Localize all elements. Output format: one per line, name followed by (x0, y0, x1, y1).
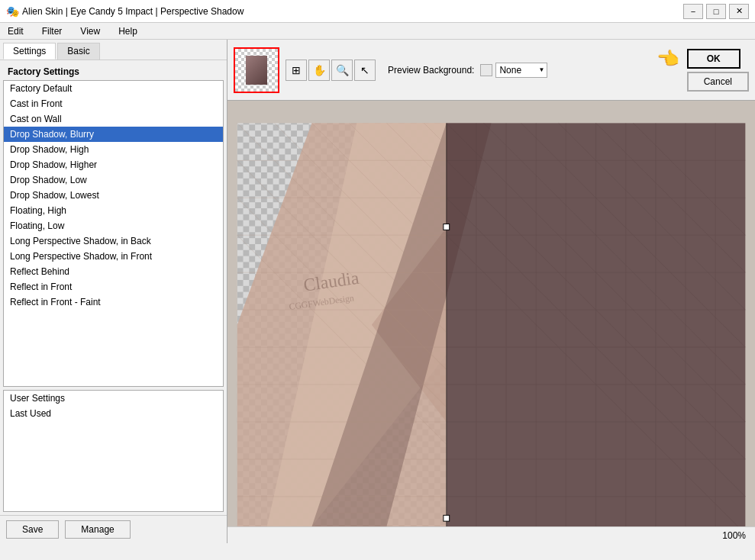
tabs-bar: Settings Basic (0, 40, 227, 60)
cancel-button[interactable]: Cancel (687, 72, 749, 92)
zoom-fit-tool[interactable]: ⊞ (286, 60, 307, 81)
menu-filter[interactable]: Filter (37, 24, 67, 38)
left-panel: Settings Basic Factory Settings Factory … (0, 40, 227, 543)
preview-bg-select: None White Black Custom (480, 63, 547, 78)
tool-buttons: ⊞ ✋ 🔍 ↖ (286, 60, 376, 81)
right-panel: ⊞ ✋ 🔍 ↖ Preview Background: None White B… (227, 40, 755, 543)
titlebar: 🎭 Alien Skin | Eye Candy 5 Impact | Pers… (0, 0, 755, 23)
list-item-cast-in-front[interactable]: Cast in Front (4, 96, 223, 111)
zoom-level: 100% (722, 530, 746, 541)
pan-tool[interactable]: ✋ (308, 60, 330, 81)
preview-svg: Claudia CGGFWebDesign (227, 101, 755, 526)
ok-cancel-area: 👈 OK Cancel (687, 49, 749, 92)
list-item-floating-high[interactable]: Floating, High (4, 203, 223, 218)
minimize-button[interactable]: − (683, 4, 703, 19)
factory-settings-list[interactable]: Factory Default Cast in Front Cast on Wa… (3, 80, 224, 387)
settings-section: Factory Settings Factory Default Cast in… (0, 60, 227, 390)
tab-settings[interactable]: Settings (3, 43, 56, 60)
statusbar: 100% (227, 526, 755, 543)
preview-thumbnail (234, 47, 279, 93)
ok-button[interactable]: OK (687, 49, 740, 69)
titlebar-title: Alien Skin | Eye Candy 5 Impact | Perspe… (22, 6, 683, 17)
app-icon: 🎭 (6, 5, 19, 18)
menu-view[interactable]: View (76, 24, 105, 38)
main-container: Settings Basic Factory Settings Factory … (0, 40, 755, 543)
list-item-floating-low[interactable]: Floating, Low (4, 218, 223, 233)
selected-row-wrapper: Drop Shadow, Blurry (4, 127, 223, 142)
list-item-drop-shadow-higher[interactable]: Drop Shadow, Higher (4, 157, 223, 172)
list-item-long-persp-back[interactable]: Long Perspective Shadow, in Back (4, 233, 223, 249)
ok-arrow-indicator: 👈 (657, 48, 679, 69)
menu-help[interactable]: Help (114, 24, 142, 38)
list-item-factory-default[interactable]: Factory Default (4, 81, 223, 96)
svg-rect-59 (444, 515, 450, 521)
bg-select-wrapper: None White Black Custom (495, 63, 547, 78)
list-item-reflect-in-front-faint[interactable]: Reflect in Front - Faint (4, 294, 223, 310)
zoom-tool[interactable]: 🔍 (331, 60, 353, 81)
window-controls: − □ ✕ (683, 4, 749, 19)
list-item-drop-shadow-blurry[interactable]: Drop Shadow, Blurry (4, 127, 223, 142)
menubar: Edit Filter View Help (0, 23, 755, 40)
list-item-reflect-in-front[interactable]: Reflect in Front (4, 279, 223, 294)
manage-button[interactable]: Manage (65, 520, 130, 539)
save-button[interactable]: Save (6, 520, 59, 539)
tab-basic[interactable]: Basic (57, 43, 99, 60)
bottom-buttons: Save Manage (0, 515, 227, 543)
list-item-user-settings[interactable]: User Settings (4, 391, 223, 406)
svg-rect-58 (444, 224, 450, 230)
user-settings-list[interactable]: User Settings Last Used (3, 390, 224, 512)
factory-settings-header: Factory Settings (3, 63, 224, 80)
close-button[interactable]: ✕ (729, 4, 749, 19)
list-item-cast-on-wall[interactable]: Cast on Wall (4, 111, 223, 127)
ok-btn-wrapper: 👈 OK (687, 49, 749, 69)
list-item-drop-shadow-high[interactable]: Drop Shadow, High (4, 142, 223, 157)
maximize-button[interactable]: □ (706, 4, 726, 19)
preview-bg-dropdown[interactable]: None White Black Custom (495, 63, 547, 78)
menu-edit[interactable]: Edit (3, 24, 28, 38)
list-item-drop-shadow-low[interactable]: Drop Shadow, Low (4, 172, 223, 188)
right-toolbar: ⊞ ✋ 🔍 ↖ Preview Background: None White B… (227, 40, 755, 101)
preview-bg-label: Preview Background: (388, 65, 474, 76)
list-item-long-persp-front[interactable]: Long Perspective Shadow, in Front (4, 249, 223, 264)
preview-area: Claudia CGGFWebDesign (227, 101, 755, 526)
bg-color-box (480, 64, 492, 76)
list-item-reflect-behind[interactable]: Reflect Behind (4, 264, 223, 279)
list-item-drop-shadow-lowest[interactable]: Drop Shadow, Lowest (4, 188, 223, 203)
list-item-last-used[interactable]: Last Used (4, 406, 223, 421)
select-tool[interactable]: ↖ (354, 60, 376, 81)
